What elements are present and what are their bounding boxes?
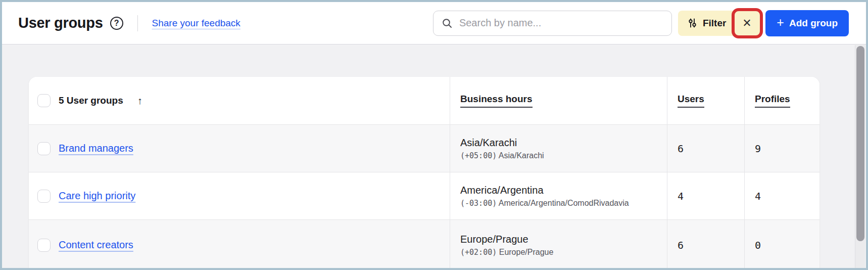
cell-profiles-count: 9 <box>744 125 819 172</box>
timezone-name: Asia/Karachi <box>460 137 667 149</box>
timezone-detail: (+05:00) Asia/Karachi <box>460 151 667 160</box>
vertical-scrollbar-track[interactable] <box>855 45 865 268</box>
select-all-checkbox[interactable] <box>37 94 51 107</box>
vertical-scrollbar-thumb[interactable] <box>856 46 864 241</box>
timezone-detail: (-03:00) America/Argentina/ComodRivadavi… <box>460 199 667 208</box>
cell-group-name: Brand managers <box>29 125 450 172</box>
table-row: Care high priority America/Argentina (-0… <box>29 172 819 219</box>
group-count-label[interactable]: 5 User groups <box>59 95 123 106</box>
add-group-label: Add group <box>789 18 838 29</box>
group-name-link[interactable]: Brand managers <box>59 143 133 154</box>
filter-button[interactable]: Filter <box>678 11 733 36</box>
row-checkbox[interactable] <box>37 239 51 252</box>
content-area: 5 User groups ↑ Business hours Users Pro… <box>2 44 866 269</box>
table-row: Brand managers Asia/Karachi (+05:00) Asi… <box>29 124 819 172</box>
cell-business-hours: America/Argentina (-03:00) America/Argen… <box>450 172 667 219</box>
header-cell-business-hours: Business hours <box>450 77 667 124</box>
table-row: Content creators Europe/Prague (+02:00) … <box>29 219 819 270</box>
add-group-button[interactable]: + Add group <box>765 10 849 36</box>
search-input[interactable] <box>459 17 663 29</box>
row-checkbox[interactable] <box>37 142 51 155</box>
page-title: User groups <box>18 15 103 31</box>
group-name-link[interactable]: Care high priority <box>59 190 135 202</box>
column-profiles[interactable]: Profiles <box>755 94 790 108</box>
search-icon <box>442 18 453 29</box>
table-header-row: 5 User groups ↑ Business hours Users Pro… <box>29 77 819 124</box>
timezone-zone: America/Argentina/ComodRivadavia <box>499 199 629 207</box>
timezone-zone: Europe/Prague <box>499 248 554 256</box>
timezone-zone: Asia/Karachi <box>499 151 544 160</box>
timezone-detail: (+02:00) Europe/Prague <box>460 248 667 257</box>
cell-business-hours: Europe/Prague (+02:00) Europe/Prague <box>450 220 667 270</box>
clear-filter-button[interactable]: ✕ <box>733 11 760 36</box>
sort-ascending-icon[interactable]: ↑ <box>137 95 142 107</box>
divider <box>137 15 138 31</box>
user-groups-page: User groups ? Share your feedback Filter <box>0 0 868 270</box>
cell-business-hours: Asia/Karachi (+05:00) Asia/Karachi <box>450 125 667 172</box>
timezone-name: Europe/Prague <box>460 234 667 245</box>
cell-users-count: 4 <box>667 172 744 219</box>
top-bar: User groups ? Share your feedback Filter <box>2 2 866 44</box>
cell-group-name: Content creators <box>29 220 450 270</box>
help-icon[interactable]: ? <box>110 17 123 30</box>
share-feedback-link[interactable]: Share your feedback <box>152 18 240 29</box>
header-cell-profiles: Profiles <box>744 77 819 124</box>
column-users[interactable]: Users <box>678 94 704 108</box>
user-groups-table: 5 User groups ↑ Business hours Users Pro… <box>29 77 819 270</box>
filter-button-group: Filter ✕ <box>678 11 760 36</box>
header-cell-users: Users <box>667 77 744 124</box>
close-icon: ✕ <box>742 17 751 30</box>
cell-users-count: 6 <box>667 125 744 172</box>
column-business-hours[interactable]: Business hours <box>460 94 533 108</box>
timezone-offset: (-03:00) <box>460 199 497 208</box>
cell-users-count: 6 <box>667 220 744 270</box>
cell-profiles-count: 4 <box>744 172 819 219</box>
header-cell-name: 5 User groups ↑ <box>29 77 450 124</box>
timezone-offset: (+02:00) <box>460 248 497 257</box>
group-name-link[interactable]: Content creators <box>59 239 133 251</box>
timezone-name: America/Argentina <box>460 185 667 196</box>
filter-sliders-icon <box>687 18 698 28</box>
cell-group-name: Care high priority <box>29 172 450 219</box>
filter-button-label: Filter <box>703 18 726 29</box>
search-box[interactable] <box>433 11 672 36</box>
plus-icon: + <box>777 16 784 29</box>
cell-profiles-count: 0 <box>744 220 819 270</box>
row-checkbox[interactable] <box>37 190 51 203</box>
timezone-offset: (+05:00) <box>460 151 497 160</box>
